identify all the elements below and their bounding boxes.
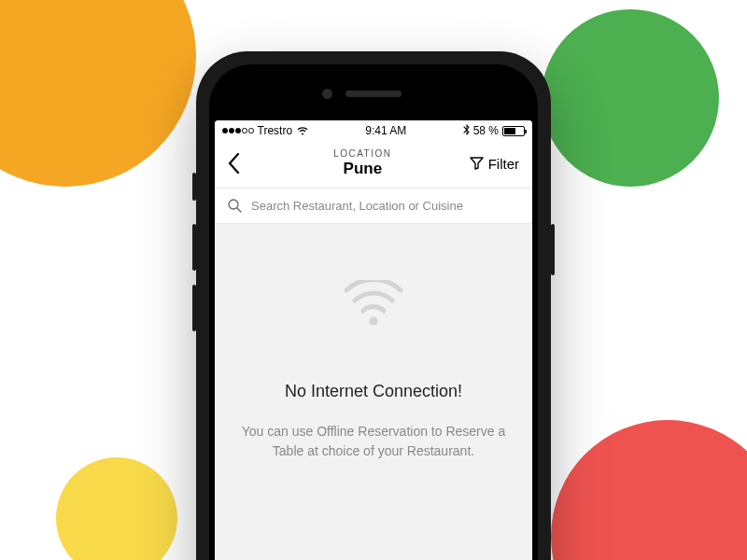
bg-circle-green xyxy=(542,9,719,187)
carrier-label: Trestro xyxy=(258,124,293,137)
status-bar: Trestro 9:41 AM 58 % xyxy=(215,120,532,141)
wifi-icon xyxy=(296,126,309,135)
svg-point-2 xyxy=(370,317,378,326)
chevron-left-icon xyxy=(228,153,240,174)
phone-speaker xyxy=(345,91,402,97)
battery-pct-label: 58 % xyxy=(473,124,499,137)
nav-title: Pune xyxy=(256,160,470,178)
nav-header: LOCATION Pune Filter xyxy=(215,141,532,189)
search-icon xyxy=(228,199,242,213)
bg-circle-yellow xyxy=(56,457,177,560)
bg-circle-red xyxy=(551,420,747,560)
status-time: 9:41 AM xyxy=(365,124,406,137)
filter-label: Filter xyxy=(488,156,519,172)
phone-volume-down xyxy=(192,285,196,331)
app-screen: Trestro 9:41 AM 58 % xyxy=(215,120,532,560)
bluetooth-icon xyxy=(463,124,470,138)
phone-mute-switch xyxy=(192,173,196,201)
phone-power-button xyxy=(551,224,555,275)
empty-state-title: No Internet Connection! xyxy=(285,382,462,401)
empty-state: No Internet Connection! You can use Offl… xyxy=(215,224,532,560)
nav-label: LOCATION xyxy=(256,148,470,159)
empty-state-message: You can use Offline Reservation to Reser… xyxy=(215,422,532,461)
signal-strength-icon xyxy=(222,128,254,133)
svg-line-1 xyxy=(237,208,241,212)
search-bar[interactable] xyxy=(215,189,532,224)
battery-icon xyxy=(502,126,525,136)
phone-volume-up xyxy=(192,224,196,271)
filter-icon xyxy=(470,157,484,170)
no-wifi-icon xyxy=(342,280,405,330)
phone-frame: Trestro 9:41 AM 58 % xyxy=(196,51,551,560)
phone-camera xyxy=(322,89,332,99)
svg-point-0 xyxy=(229,200,238,209)
back-button[interactable] xyxy=(228,153,256,174)
search-input[interactable] xyxy=(251,199,519,213)
filter-button[interactable]: Filter xyxy=(470,156,519,172)
bg-circle-orange xyxy=(0,0,196,187)
location-selector[interactable]: LOCATION Pune xyxy=(256,148,470,178)
